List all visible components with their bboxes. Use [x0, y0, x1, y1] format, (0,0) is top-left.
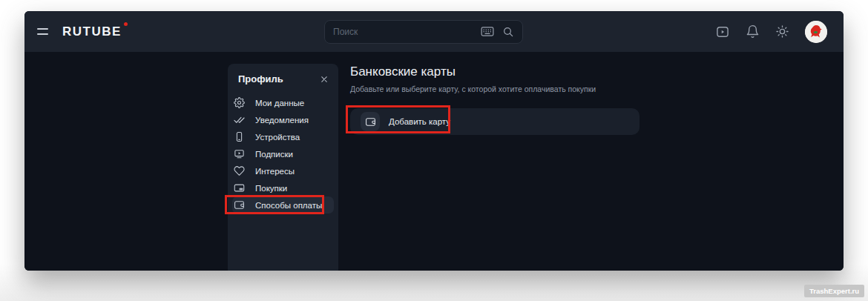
page-subtitle: Добавьте или выберите карту, с которой х… [350, 85, 832, 93]
close-icon[interactable] [320, 75, 329, 84]
avatar[interactable] [805, 21, 827, 43]
profile-menu: Мои данные Уведомления [228, 94, 338, 214]
header-actions [715, 21, 844, 43]
sidebar-item-notifications[interactable]: Уведомления [232, 111, 334, 128]
sidebar-item-interests[interactable]: Интересы [232, 162, 334, 179]
sidebar-item-purchases[interactable]: Покупки [232, 179, 334, 196]
logo-red-dot [124, 22, 128, 26]
profile-panel-header: Профиль [228, 64, 338, 85]
double-check-icon [234, 114, 245, 125]
sidebar-item-label: Интересы [255, 167, 295, 176]
theme-icon[interactable] [775, 24, 789, 39]
rutube-logo[interactable]: RUTUBE [62, 24, 122, 39]
sidebar-item-label: Подписки [255, 150, 293, 159]
sidebar-item-label: Устройства [255, 133, 300, 142]
sidebar-item-label: Уведомления [255, 116, 309, 125]
sidebar-item-devices[interactable]: Устройства [232, 128, 334, 145]
gear-icon [234, 97, 245, 108]
bank-cards-section: Банковские карты Добавьте или выберите к… [350, 52, 832, 135]
wallet-icon [361, 112, 380, 131]
wallet-icon [234, 199, 245, 211]
hamburger-menu-icon[interactable] [37, 28, 48, 35]
sidebar-item-my-data[interactable]: Мои данные [232, 94, 334, 111]
page-title: Банковские карты [350, 64, 832, 79]
search-input[interactable] [333, 27, 473, 37]
rutube-logo-text: RUTUBE [62, 24, 122, 39]
sidebar-item-subscriptions[interactable]: Подписки [232, 145, 334, 162]
watermark: TrashExpert.ru [804, 285, 864, 297]
top-header: RUTUBE [24, 11, 844, 52]
heart-icon [234, 165, 245, 176]
sidebar-item-payment-methods[interactable]: Способы оплаты [232, 196, 334, 214]
bell-icon[interactable] [746, 24, 760, 39]
smartphone-icon [234, 131, 245, 142]
sidebar-item-label: Способы оплаты [255, 201, 322, 210]
search-icon[interactable] [502, 26, 514, 38]
add-card-button[interactable]: Добавить карту [350, 108, 640, 135]
panel-title: Профиль [238, 73, 283, 85]
content-area: Профиль [24, 52, 844, 271]
sidebar-item-label: Мои данные [255, 99, 304, 108]
sidebar-item-label: Покупки [255, 184, 287, 193]
search-bar [324, 20, 523, 44]
keyboard-icon[interactable] [481, 26, 494, 37]
rutube-window: RUTUBE [24, 11, 844, 271]
profile-panel: Профиль [228, 64, 338, 271]
upload-video-icon[interactable] [715, 24, 730, 39]
credit-card-icon [234, 182, 245, 194]
monitor-play-icon [234, 148, 245, 159]
page: RUTUBE [0, 0, 868, 301]
add-card-label: Добавить карту [389, 117, 450, 126]
